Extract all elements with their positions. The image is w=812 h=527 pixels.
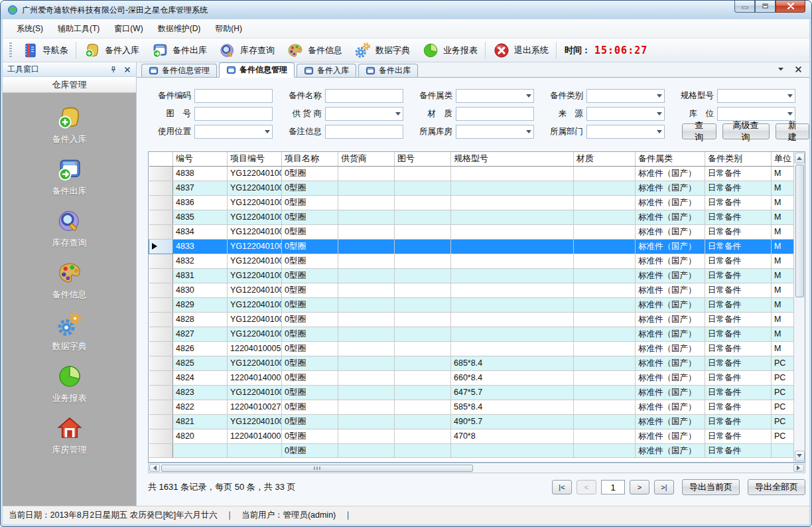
grid-column-header[interactable]: 备件属类 <box>636 152 705 166</box>
grid-cell[interactable]: M <box>772 224 795 239</box>
grid-cell[interactable]: 标准件（国产） <box>636 414 705 429</box>
horizontal-scrollbar[interactable] <box>148 463 805 473</box>
grid-cell[interactable] <box>451 341 574 356</box>
grid-cell[interactable]: PC <box>772 400 795 414</box>
grid-cell[interactable] <box>395 239 451 254</box>
grid-cell[interactable]: 4835 <box>173 210 228 224</box>
chevron-down-icon[interactable] <box>526 90 531 102</box>
grid-cell[interactable] <box>338 341 395 356</box>
grid-column-header[interactable]: 图号 <box>395 152 451 166</box>
grid-cell[interactable]: 标准件（国产） <box>636 429 705 443</box>
table-row[interactable]: 4836YG122040100910型圈标准件（国产）日常备件M <box>149 195 795 210</box>
grid-cell[interactable]: 日常备件 <box>705 224 772 239</box>
grid-cell[interactable]: 日常备件 <box>705 429 772 443</box>
grid-cell[interactable]: PC <box>772 385 795 400</box>
grid-cell[interactable] <box>338 166 395 181</box>
grid-cell[interactable] <box>451 443 574 457</box>
row-header-cell[interactable] <box>149 210 173 224</box>
grid-cell[interactable]: 日常备件 <box>705 210 772 224</box>
grid-cell[interactable] <box>574 195 636 210</box>
grid-cell[interactable] <box>395 370 451 385</box>
grid-cell[interactable]: 标准件（国产） <box>636 224 705 239</box>
row-header-cell[interactable] <box>149 224 173 239</box>
grid-cell[interactable]: M <box>772 195 795 210</box>
row-header-cell[interactable] <box>149 414 173 429</box>
toolbar-parts-inbound[interactable]: 备件入库 <box>78 40 145 60</box>
grid-cell[interactable]: 4829 <box>173 297 228 312</box>
menu-window[interactable]: 窗口(W) <box>107 20 150 38</box>
grid-cell[interactable]: YG12204010080 <box>228 385 282 400</box>
grid-cell[interactable]: 0型圈 <box>282 385 338 400</box>
grid-cell[interactable] <box>451 268 574 283</box>
select-field[interactable] <box>586 107 665 121</box>
table-row[interactable]: 4833YG122040100880型圈标准件（国产）日常备件M <box>149 239 795 254</box>
grid-column-header[interactable]: 项目编号 <box>228 152 282 166</box>
grid-cell[interactable] <box>451 254 574 268</box>
toolbar-parts-outbound[interactable]: 备件出库 <box>145 40 213 60</box>
grid-cell[interactable]: PC <box>772 429 795 443</box>
sidebar-close-icon[interactable] <box>123 65 131 74</box>
vertical-scroll-thumb[interactable] <box>795 165 804 297</box>
table-row[interactable]: 4829YG122040100840型圈标准件（国产）日常备件M <box>149 297 795 312</box>
row-header-cell[interactable] <box>149 429 173 443</box>
toolbar-parts-info[interactable]: 备件信息 <box>281 40 348 60</box>
row-header-cell[interactable] <box>149 195 173 210</box>
table-row[interactable]: 4821YG122040100790型圈490*5.7标准件（国产）日常备件PC <box>149 414 795 429</box>
grid-cell[interactable]: 660*8.4 <box>451 370 574 385</box>
grid-cell[interactable] <box>395 385 451 400</box>
toolbar-exit-system[interactable]: 退出系统 <box>487 40 555 60</box>
grid-cell[interactable]: M <box>772 297 795 312</box>
sidebar-item-business-reports[interactable]: 业务报表 <box>3 358 136 410</box>
grid-cell[interactable]: 585*8.4 <box>451 400 574 414</box>
menu-help[interactable]: 帮助(H) <box>208 20 249 38</box>
row-header-cell[interactable] <box>149 327 173 341</box>
grid-cell[interactable]: M <box>772 166 795 181</box>
horizontal-scroll-thumb[interactable] <box>161 465 473 472</box>
grid-cell[interactable]: 0型圈 <box>282 356 338 370</box>
grid-cell[interactable] <box>395 429 451 443</box>
select-field[interactable] <box>717 107 795 121</box>
table-row[interactable]: 4837YG122040100920型圈标准件（国产）日常备件M <box>149 181 795 195</box>
grid-cell[interactable]: 日常备件 <box>705 385 772 400</box>
chevron-down-icon[interactable] <box>657 108 662 120</box>
grid-cell[interactable]: 日常备件 <box>705 239 772 254</box>
grid-cell[interactable]: M <box>772 283 795 297</box>
grid-cell[interactable]: 日常备件 <box>705 297 772 312</box>
grid-cell[interactable]: M <box>772 181 795 195</box>
menu-data-maintenance[interactable]: 数据维护(D) <box>151 20 208 38</box>
grid-cell[interactable] <box>338 443 395 457</box>
row-header-cell[interactable] <box>149 356 173 370</box>
grid-cell[interactable] <box>338 297 395 312</box>
grid-cell[interactable]: 标准件（国产） <box>636 239 705 254</box>
toolbar-business-reports[interactable]: 业务报表 <box>416 40 484 60</box>
tab-parts-info-management-2[interactable]: 备件信息管理 <box>219 62 295 78</box>
grid-cell[interactable]: M <box>772 268 795 283</box>
chevron-down-icon[interactable] <box>787 90 793 102</box>
sidebar-item-data-dictionary[interactable]: 数据字典 <box>3 307 136 358</box>
grid-cell[interactable]: 0型圈 <box>282 414 338 429</box>
grid-cell[interactable]: 4826 <box>173 341 228 356</box>
grid-cell[interactable] <box>395 341 451 356</box>
grid-cell[interactable]: 标准件（国产） <box>636 268 705 283</box>
grid-cell[interactable]: YG12204010091 <box>228 195 282 210</box>
next-page-button[interactable]: > <box>630 480 649 494</box>
grid-cell[interactable]: 日常备件 <box>705 341 772 356</box>
tab-list-chevron-down-icon[interactable] <box>776 64 785 74</box>
grid-cell[interactable] <box>451 166 574 181</box>
grid-column-header[interactable]: 备件类别 <box>705 152 772 166</box>
grid-cell[interactable] <box>574 254 636 268</box>
grid-cell[interactable]: 4824 <box>173 370 228 385</box>
grid-cell[interactable] <box>395 268 451 283</box>
table-row[interactable]: 4830YG122040100850型圈标准件（国产）日常备件M <box>149 283 795 297</box>
grid-cell[interactable]: 日常备件 <box>705 254 772 268</box>
text-input-field[interactable] <box>194 89 273 103</box>
text-input-field[interactable] <box>325 125 403 139</box>
minimize-button[interactable] <box>734 0 755 13</box>
grid-cell[interactable] <box>574 385 636 400</box>
grid-cell[interactable] <box>772 443 795 457</box>
grid-cell[interactable]: 标准件（国产） <box>636 400 705 414</box>
grid-cell[interactable]: 4836 <box>173 195 228 210</box>
sidebar-item-warehouse-management[interactable]: 库房管理 <box>3 410 136 462</box>
grid-cell[interactable]: 4838 <box>173 166 228 181</box>
toolbar-grip[interactable] <box>9 42 12 58</box>
